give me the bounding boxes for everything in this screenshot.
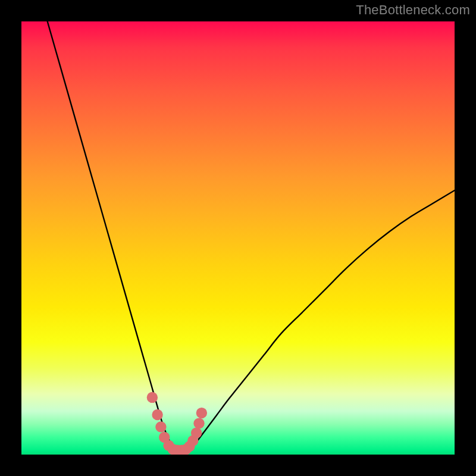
- highlight-marker: [155, 421, 166, 432]
- watermark-text: TheBottleneck.com: [356, 2, 470, 18]
- highlight-marker: [193, 418, 204, 428]
- bottleneck-curve: [48, 21, 455, 450]
- chart-frame: TheBottleneck.com: [0, 0, 476, 476]
- plot-area: [21, 21, 455, 455]
- highlight-marker: [147, 392, 158, 403]
- highlight-marker: [152, 409, 162, 420]
- curve-svg: [21, 21, 455, 455]
- highlight-markers: [147, 392, 207, 455]
- highlight-marker: [196, 408, 207, 418]
- highlight-marker: [191, 427, 202, 438]
